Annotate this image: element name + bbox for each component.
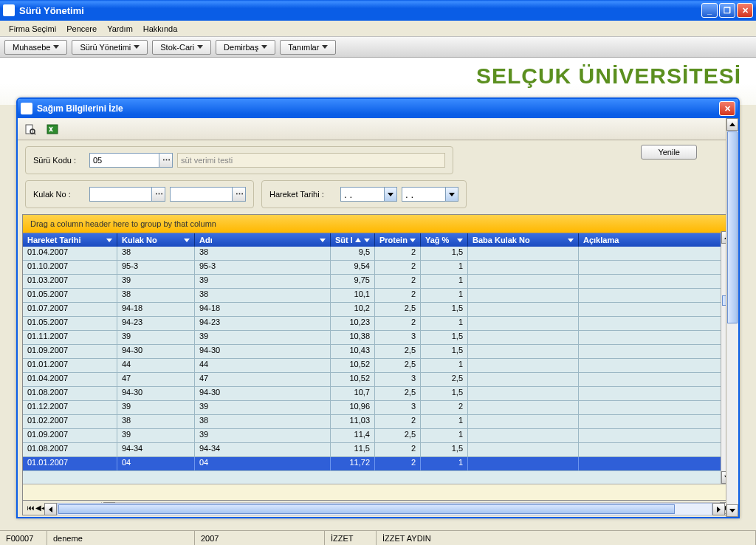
main-titlebar: Sürü Yönetimi _ ❐ ✕ [0, 0, 756, 21]
toolbar-tanimlar[interactable]: Tanımlar [280, 40, 336, 55]
menu-firma-secimi[interactable]: Firma Seçimi [4, 23, 61, 35]
kulak-no-to-browse[interactable]: ⋯ [233, 187, 246, 202]
kulak-no-label: Kulak No : [33, 190, 85, 199]
col-adi[interactable]: Adı [195, 233, 331, 247]
brand-title: SELÇUK ÜNİVERSİTESİ [476, 64, 741, 89]
scroll-thumb[interactable] [58, 504, 675, 514]
kulak-no-to-input[interactable] [170, 187, 233, 202]
status-year: 2007 [195, 531, 325, 545]
data-grid: Drag a column header here to group by th… [22, 214, 734, 515]
table-row[interactable]: 01.04.200738389,521,5 [23, 247, 733, 261]
table-row[interactable]: 01.05.200794-2394-2310,2321 [23, 317, 733, 331]
date-from-combo[interactable] [340, 187, 397, 202]
app-icon [3, 4, 15, 16]
grid-header: Hareket Tarihi Kulak No Adı Süt l Protei… [23, 233, 733, 247]
table-row[interactable]: 01.08.200794-3094-3010,72,51,5 [23, 387, 733, 401]
inner-toolbar [18, 118, 738, 140]
scroll-right-icon[interactable] [712, 503, 725, 515]
export-excel-icon[interactable] [44, 121, 61, 137]
col-yag[interactable]: Yağ % [421, 233, 468, 247]
col-hareket-tarihi[interactable]: Hareket Tarihi [23, 233, 117, 247]
status-firma: deneme [47, 531, 195, 545]
table-row[interactable]: 01.05.2007383810,121 [23, 289, 733, 303]
table-row[interactable]: 01.01.2007040411,7221 [23, 457, 733, 471]
scroll-down-icon[interactable] [726, 504, 738, 517]
window-title: Sürü Yönetimi [19, 5, 701, 16]
chevron-down-icon[interactable] [385, 187, 397, 202]
table-row[interactable]: 01.09.200794-3094-3010,432,51,5 [23, 345, 733, 359]
main-menu: Firma Seçimi Pencere Yardım Hakkında [0, 21, 756, 37]
status-user-full: İZZET AYDIN [377, 531, 756, 545]
inner-titlebar: Sağım Bilgilerini İzle ✕ [18, 99, 738, 118]
table-row[interactable]: 01.08.200794-3494-3411,521,5 [23, 443, 733, 457]
status-code: F00007 [0, 531, 47, 545]
scroll-left-icon[interactable] [44, 503, 57, 515]
grid-body[interactable]: 01.04.200738389,521,501.10.200795-395-39… [23, 247, 733, 484]
app-icon [21, 103, 32, 114]
table-row[interactable]: 01.02.2007383811,0321 [23, 415, 733, 429]
suru-kodu-browse-button[interactable]: ⋯ [159, 153, 173, 168]
inner-vscroll[interactable] [726, 118, 738, 517]
inner-close-button[interactable]: ✕ [719, 101, 735, 116]
chevron-down-icon [322, 45, 328, 49]
table-row[interactable]: 01.12.2007393910,9632 [23, 401, 733, 415]
table-row[interactable]: 01.10.200795-395-39,5421 [23, 261, 733, 275]
svg-line-2 [34, 133, 35, 134]
col-protein[interactable]: Protein [375, 233, 421, 247]
table-row[interactable]: 01.07.200794-1894-1810,22,51,5 [23, 303, 733, 317]
minimize-button[interactable]: _ [701, 3, 718, 18]
table-row[interactable]: 01.11.2007393910,3831,5 [23, 331, 733, 345]
close-button[interactable]: ✕ [737, 3, 753, 18]
menu-yardim[interactable]: Yardım [103, 23, 137, 35]
chevron-down-icon [53, 45, 59, 49]
suru-kodu-input[interactable]: 05 [89, 153, 159, 168]
table-row[interactable]: 01.09.2007393911,42,51 [23, 429, 733, 443]
scroll-up-icon[interactable] [726, 118, 738, 131]
hareket-tarihi-label: Hareket Tarihi : [269, 190, 336, 199]
restore-button[interactable]: ❐ [719, 3, 735, 18]
table-row[interactable]: 01.04.2007474710,5232,5 [23, 373, 733, 387]
form-area: Sürü Kodu : 05 ⋯ süt verimi testi Yenile… [18, 140, 738, 214]
col-sut[interactable]: Süt l [331, 233, 375, 247]
chevron-down-icon[interactable] [446, 187, 458, 202]
chevron-down-icon [261, 45, 267, 49]
chevron-down-icon [134, 45, 140, 49]
grid-summary-row [23, 484, 733, 500]
svg-rect-3 [47, 125, 58, 134]
statusbar: F00007 deneme 2007 İZZET İZZET AYDIN [0, 530, 756, 545]
toolbar-muhasebe[interactable]: Muhasebe [4, 40, 67, 55]
main-toolbar: Muhasebe Sürü Yönetimi Stok-Cari Demirba… [0, 37, 756, 58]
date-to-combo[interactable] [402, 187, 458, 202]
inner-window-title: Sağım Bilgilerini İzle [37, 103, 719, 114]
kulak-no-from-input[interactable] [89, 187, 152, 202]
nav-first[interactable]: ⏮ [26, 502, 36, 514]
suru-name-readonly: süt verimi testi [177, 153, 445, 168]
print-preview-icon[interactable] [22, 121, 38, 137]
status-user-short: İZZET [325, 531, 377, 545]
table-row[interactable]: 01.01.2007444410,522,51 [23, 359, 733, 373]
scroll-thumb[interactable] [727, 131, 738, 323]
col-aciklama[interactable]: Açıklama [579, 233, 733, 247]
chevron-down-icon [197, 45, 203, 49]
yenile-button[interactable]: Yenile [641, 145, 697, 160]
sort-asc-icon [355, 238, 361, 242]
menu-pencere[interactable]: Pencere [62, 23, 101, 35]
toolbar-stok-cari[interactable]: Stok-Cari [152, 40, 211, 55]
toolbar-suru-yonetimi[interactable]: Sürü Yönetimi [72, 40, 148, 55]
col-baba-kulak-no[interactable]: Baba Kulak No [468, 233, 579, 247]
inner-window: Sağım Bilgilerini İzle ✕ Sürü Kodu : 05 … [16, 97, 740, 518]
toolbar-demirbas[interactable]: Demirbaş [216, 40, 275, 55]
menu-hakkinda[interactable]: Hakkında [139, 23, 182, 35]
grouping-bar[interactable]: Drag a column header here to group by th… [23, 215, 733, 233]
suru-kodu-label: Sürü Kodu : [33, 156, 85, 165]
table-row[interactable]: 01.03.200739399,7521 [23, 275, 733, 289]
inner-hscroll[interactable] [44, 503, 725, 515]
col-kulak-no[interactable]: Kulak No [117, 233, 195, 247]
kulak-no-from-browse[interactable]: ⋯ [152, 187, 165, 202]
